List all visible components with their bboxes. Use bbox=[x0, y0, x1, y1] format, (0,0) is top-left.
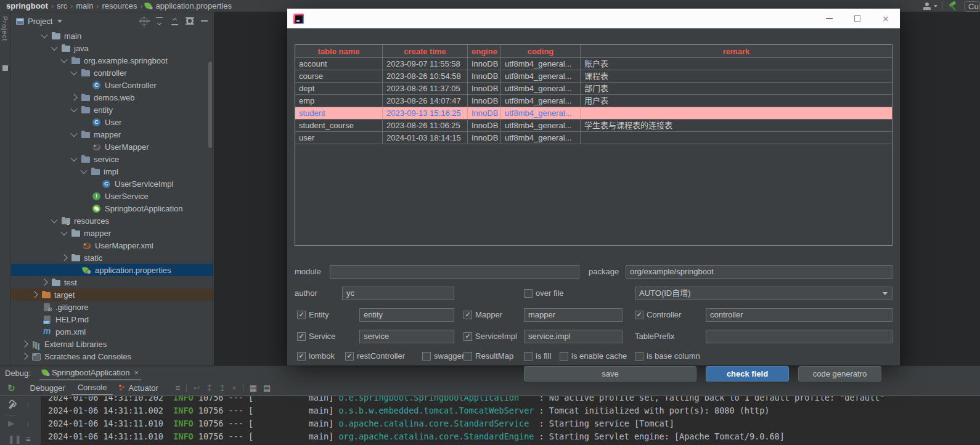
tree-item-static[interactable]: static bbox=[11, 251, 213, 264]
table-row[interactable]: student_course2023-08-26 11:06:25InnoDBu… bbox=[295, 120, 892, 132]
scroll-to-top-icon[interactable]: ↥ bbox=[219, 383, 226, 393]
tab-console[interactable]: Console bbox=[71, 380, 113, 395]
build-hammer-icon[interactable] bbox=[948, 1, 958, 11]
tree-item-demos-web[interactable]: demos.web bbox=[11, 91, 213, 104]
mapper-input[interactable]: mapper bbox=[524, 308, 623, 322]
scroll-to-end-icon[interactable]: ↧ bbox=[206, 383, 213, 393]
tree-item-target[interactable]: target bbox=[11, 288, 213, 301]
chevron-right-icon[interactable] bbox=[21, 353, 28, 359]
console-output[interactable]: 2024-01-06 14:31:10.202 INFO 10756 --- [… bbox=[41, 396, 980, 445]
tree-item-package-root[interactable]: org.example.springboot bbox=[11, 54, 213, 67]
maximize-button[interactable] bbox=[843, 9, 872, 28]
check-field-button[interactable]: check field bbox=[706, 366, 789, 382]
chevron-right-icon[interactable] bbox=[60, 254, 67, 261]
project-stripe-button[interactable]: Project bbox=[1, 16, 9, 41]
tree-item-userservice[interactable]: UserService bbox=[11, 190, 213, 202]
tree-item-resources[interactable]: resources bbox=[11, 214, 213, 227]
step-up-icon[interactable]: ↑ bbox=[26, 400, 30, 409]
package-input[interactable]: org/example/springboot bbox=[626, 265, 892, 279]
chevron-down-icon[interactable] bbox=[60, 56, 67, 63]
wrench-settings-icon[interactable] bbox=[7, 401, 16, 410]
tab-actuator[interactable]: Actuator bbox=[113, 380, 164, 395]
tree-item-userserviceimpl[interactable]: UserServiceImpl bbox=[11, 178, 213, 190]
is-fill-checkbox[interactable]: is fill bbox=[524, 351, 551, 361]
pause-icon[interactable]: ❚❚ bbox=[8, 435, 22, 444]
lombok-checkbox[interactable]: ✓lombok bbox=[297, 351, 335, 361]
breadcrumb-project[interactable]: springboot bbox=[6, 1, 48, 10]
tableprefix-input[interactable] bbox=[706, 330, 892, 343]
chevron-down-icon[interactable] bbox=[51, 216, 57, 223]
tree-item-test[interactable]: test bbox=[11, 276, 213, 288]
over-file-checkbox[interactable]: over file bbox=[524, 288, 564, 298]
serviceimpl-input[interactable]: service.impl bbox=[524, 330, 623, 343]
expand-all-icon[interactable] bbox=[155, 17, 163, 25]
options-menu-icon[interactable]: ≡ bbox=[176, 383, 181, 393]
tree-item-usermapper-xml[interactable]: UserMapper.xml bbox=[11, 239, 213, 251]
rerun-icon[interactable]: ↻ bbox=[7, 383, 15, 393]
entity-input[interactable]: entity bbox=[359, 308, 454, 322]
tree-item-application-properties[interactable]: application.properties bbox=[11, 264, 213, 276]
service-input[interactable]: service bbox=[359, 330, 454, 343]
tree-item-mapper[interactable]: mapper bbox=[11, 128, 213, 141]
tree-item-springbootapplication[interactable]: SpringbootApplication bbox=[11, 202, 213, 214]
clear-console-icon[interactable]: × bbox=[232, 383, 237, 393]
tree-item-scratches[interactable]: Scratches and Consoles bbox=[11, 350, 213, 362]
gear-icon[interactable] bbox=[186, 17, 194, 25]
chevron-right-icon[interactable] bbox=[70, 94, 77, 100]
resultmap-checkbox[interactable]: ResultMap bbox=[463, 351, 513, 361]
threads-menu-icon[interactable]: ≡ bbox=[26, 435, 31, 444]
column-header-table-name[interactable]: table name bbox=[295, 45, 383, 57]
chevron-down-icon[interactable] bbox=[41, 31, 47, 38]
tree-item-external-libraries[interactable]: External Libraries bbox=[11, 338, 213, 350]
controller-input[interactable]: controller bbox=[706, 308, 892, 322]
tree-item-usercontroller[interactable]: UserController bbox=[11, 79, 213, 91]
chevron-down-icon[interactable] bbox=[70, 155, 77, 161]
collapse-all-icon[interactable] bbox=[171, 17, 179, 25]
resume-icon[interactable]: ▶ bbox=[8, 418, 14, 428]
breadcrumb-src[interactable]: src bbox=[57, 1, 67, 10]
tree-item-service[interactable]: service bbox=[11, 153, 213, 165]
tree-item-main[interactable]: main bbox=[11, 30, 213, 42]
breadcrumb-file[interactable]: application.properties bbox=[156, 1, 232, 10]
column-header-engine[interactable]: engine bbox=[468, 45, 501, 57]
table-row[interactable]: user2024-01-03 18:14:15InnoDButf8mb4_gen… bbox=[295, 132, 892, 144]
restore-layout-icon[interactable]: ▦ bbox=[250, 383, 257, 393]
chevron-right-icon[interactable] bbox=[41, 279, 47, 285]
tree-item-gitignore[interactable]: .gitignore bbox=[11, 301, 213, 313]
project-panel-title[interactable]: Project bbox=[28, 17, 52, 26]
author-input[interactable]: yc bbox=[342, 287, 454, 300]
step-down-icon[interactable]: ↓ bbox=[26, 418, 30, 428]
close-icon[interactable]: × bbox=[134, 368, 139, 377]
table-row[interactable]: course2023-08-26 10:54:58InnoDButf8mb4_g… bbox=[295, 70, 892, 83]
chevron-down-icon[interactable] bbox=[60, 229, 67, 235]
tab-debugger[interactable]: Debugger bbox=[24, 380, 71, 395]
tree-item-usermapper[interactable]: UserMapper bbox=[11, 141, 213, 153]
chevron-down-icon[interactable] bbox=[80, 167, 87, 174]
is-enable-cache-checkbox[interactable]: is enable cache bbox=[560, 351, 627, 361]
tree-item-java[interactable]: java bbox=[11, 42, 213, 54]
tree-item-help-md[interactable]: HELP.md bbox=[11, 313, 213, 325]
chevron-down-icon[interactable] bbox=[70, 105, 77, 112]
chevron-right-icon[interactable] bbox=[21, 340, 28, 347]
column-header-create-time[interactable]: create time bbox=[383, 45, 468, 57]
table-row[interactable]: dept2023-08-26 11:37:05InnoDButf8mb4_gen… bbox=[295, 83, 892, 95]
debug-session-tab[interactable]: SpringbootApplication × bbox=[39, 366, 141, 380]
layout-list-icon[interactable]: ▤ bbox=[263, 383, 271, 393]
column-header-coding[interactable]: coding bbox=[501, 45, 581, 57]
id-type-combobox[interactable]: AUTO(ID自增) bbox=[635, 287, 892, 300]
run-configuration-button[interactable]: Cu bbox=[964, 1, 980, 12]
is-base-column-checkbox[interactable]: is base column bbox=[635, 351, 700, 361]
breadcrumb-main[interactable]: main bbox=[76, 1, 93, 10]
tree-item-pom-xml[interactable]: pom.xml bbox=[11, 325, 213, 338]
chevron-down-icon[interactable] bbox=[70, 68, 77, 75]
tree-item-controller[interactable]: controller bbox=[11, 67, 213, 79]
swagger-checkbox[interactable]: swagger bbox=[422, 351, 464, 361]
breadcrumb-resources[interactable]: resources bbox=[102, 1, 137, 10]
locate-file-icon[interactable] bbox=[140, 17, 148, 25]
service-checkbox[interactable]: ✓Service bbox=[297, 332, 335, 341]
tool-window-square-icon[interactable] bbox=[2, 65, 8, 71]
minimize-button[interactable] bbox=[815, 9, 843, 28]
mapper-checkbox[interactable]: ✓Mapper bbox=[463, 310, 502, 319]
serviceimpl-checkbox[interactable]: ✓ServiceImpl bbox=[463, 332, 517, 341]
chevron-right-icon[interactable] bbox=[31, 291, 38, 298]
